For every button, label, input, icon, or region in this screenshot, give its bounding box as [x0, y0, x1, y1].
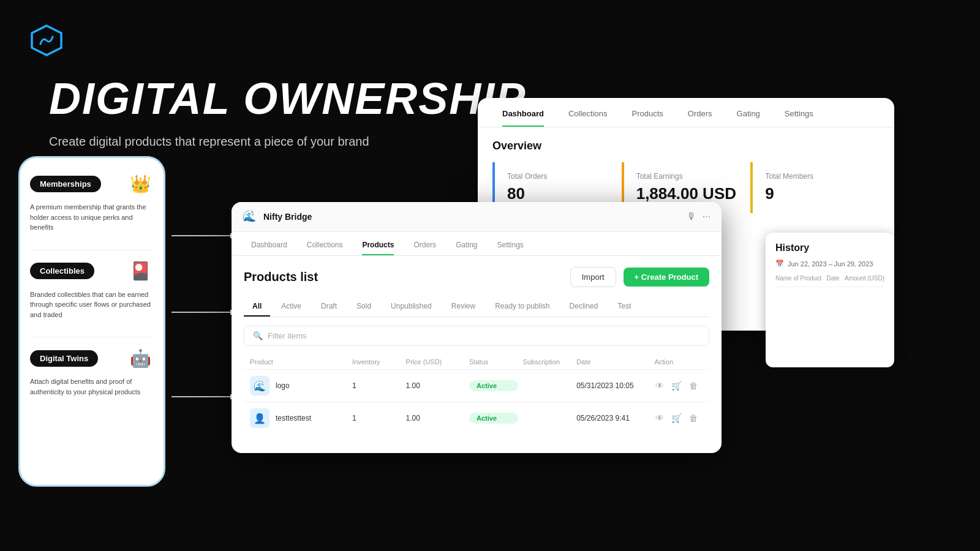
view-icon[interactable]: 👁	[654, 380, 665, 392]
status-badge-2: Active	[469, 413, 518, 424]
digital-twins-tag: Digital Twins	[30, 350, 98, 367]
tab-active[interactable]: Active	[273, 297, 310, 317]
search-bar[interactable]: 🔍 Filter items	[244, 326, 709, 346]
earnings-value: 1,884.00 USD	[636, 184, 739, 203]
app-name: Nifty Bridge	[263, 212, 312, 222]
product-cell-test: 👤 testtesttest	[250, 408, 347, 428]
tab-unpublished[interactable]: Unpublished	[382, 297, 440, 317]
products-panel: 🌊 Nifty Bridge 🎙 ··· Dashboard Collectio…	[232, 202, 722, 453]
history-col-amount: Amount (USD)	[845, 275, 884, 282]
product-cell-logo: 🌊 logo	[250, 376, 347, 395]
history-table-header: Name of Product Date Amount (USD)	[775, 275, 884, 287]
table-row: 👤 testtesttest 1 1.00 Active 05/26/2023 …	[244, 402, 709, 434]
earnings-label: Total Earnings	[636, 172, 739, 181]
view-icon[interactable]: 👁	[654, 412, 665, 424]
hero-subtitle: Create digital products that represent a…	[49, 135, 369, 149]
memberships-desc: A premium membership that grants the hol…	[30, 202, 154, 233]
col-status: Status	[469, 358, 518, 365]
date-1: 05/31/2023 10:05	[576, 381, 649, 390]
dash-nav-collections[interactable]: Collections	[556, 98, 620, 127]
col-product: Product	[250, 358, 347, 365]
products-panel-header: 🌊 Nifty Bridge 🎙 ···	[232, 202, 722, 232]
cart-icon[interactable]: 🛒	[670, 412, 683, 424]
memberships-icon: 👑	[127, 170, 154, 197]
products-list-title: Products list	[244, 270, 318, 284]
tab-draft[interactable]: Draft	[312, 297, 345, 317]
cart-icon[interactable]: 🛒	[670, 380, 683, 392]
tab-test[interactable]: Test	[609, 297, 639, 317]
import-button[interactable]: Import	[570, 267, 616, 287]
hero-title: DIGITAL OWNERSHIP	[49, 73, 526, 124]
more-options-icon[interactable]: ···	[703, 211, 710, 222]
dash-nav-gating[interactable]: Gating	[725, 98, 772, 127]
prod-nav-gating[interactable]: Gating	[446, 232, 487, 255]
phone-item-digital-twins: Digital Twins 🤖 Attach digital benefits …	[30, 345, 154, 397]
dash-nav-orders[interactable]: Orders	[676, 98, 725, 127]
inventory-1: 1	[352, 381, 401, 390]
dash-nav-products[interactable]: Products	[620, 98, 676, 127]
tab-review[interactable]: Review	[443, 297, 484, 317]
microphone-icon[interactable]: 🎙	[687, 211, 696, 222]
memberships-tag: Memberships	[30, 176, 101, 192]
arrow-collectibles	[168, 300, 242, 337]
tab-sold[interactable]: Sold	[348, 297, 380, 317]
digital-twins-icon: 🤖	[127, 345, 154, 372]
products-actions: Import + Create Product	[570, 267, 709, 287]
history-col-date: Date	[826, 275, 839, 282]
members-label: Total Members	[765, 172, 867, 181]
history-title: History	[775, 242, 884, 253]
arrow-digital-twins	[168, 384, 242, 421]
prod-nav-orders[interactable]: Orders	[404, 232, 446, 255]
product-avatar-test: 👤	[250, 408, 270, 428]
tab-ready-to-publish[interactable]: Ready to publish	[486, 297, 558, 317]
col-inventory: Inventory	[352, 358, 401, 365]
price-2: 1.00	[406, 414, 464, 422]
prod-nav-collections[interactable]: Collections	[297, 232, 353, 255]
prod-nav-products[interactable]: Products	[352, 232, 404, 255]
price-1: 1.00	[406, 381, 464, 390]
product-name-logo: logo	[276, 381, 290, 390]
col-subscription: Subscription	[523, 358, 572, 365]
phone-item-collectibles: Collectibles 🎴 Branded collectibles that…	[30, 258, 154, 320]
overview-title: Overview	[492, 140, 880, 152]
collectibles-icon: 🎴	[127, 258, 154, 285]
products-nav: Dashboard Collections Products Orders Ga…	[232, 232, 722, 256]
tab-declined[interactable]: Declined	[561, 297, 607, 317]
niftybridge-logo-icon: 🌊	[243, 209, 257, 224]
tab-all[interactable]: All	[244, 297, 270, 317]
prod-nav-dashboard[interactable]: Dashboard	[241, 232, 297, 255]
create-product-button[interactable]: + Create Product	[624, 268, 709, 287]
dash-nav-settings[interactable]: Settings	[772, 98, 826, 127]
inventory-2: 1	[352, 414, 401, 422]
orders-label: Total Orders	[507, 172, 609, 181]
products-table: Product Inventory Price (USD) Status Sub…	[244, 354, 709, 434]
prod-nav-settings[interactable]: Settings	[487, 232, 533, 255]
search-placeholder: Filter items	[268, 331, 307, 340]
table-row: 🌊 logo 1 1.00 Active 05/31/2023 10:05 👁 …	[244, 369, 709, 402]
collectibles-desc: Branded collectibles that can be earned …	[30, 290, 154, 320]
digital-twins-desc: Attach digital benefits and proof of aut…	[30, 377, 154, 397]
history-col-product: Name of Product	[775, 275, 821, 282]
history-date-range: 📅 Jun 22, 2023 – Jun 29, 2023	[775, 260, 884, 268]
delete-icon[interactable]: 🗑	[688, 380, 699, 392]
products-tabs: All Active Draft Sold Unpublished Review…	[244, 297, 709, 317]
action-icons-1: 👁 🛒 🗑	[654, 380, 703, 392]
product-name-test: testtesttest	[276, 414, 311, 422]
dashboard-nav: Dashboard Collections Products Orders Ga…	[478, 98, 894, 127]
product-avatar-logo: 🌊	[250, 376, 270, 395]
col-price: Price (USD)	[406, 358, 464, 365]
panel-header-icons: 🎙 ···	[687, 211, 710, 222]
delete-icon[interactable]: 🗑	[688, 412, 699, 424]
phone-mockup: Memberships 👑 A premium membership that …	[18, 156, 165, 487]
dash-nav-dashboard[interactable]: Dashboard	[490, 98, 556, 127]
phone-item-memberships: Memberships 👑 A premium membership that …	[30, 170, 154, 233]
table-header: Product Inventory Price (USD) Status Sub…	[244, 354, 709, 369]
card-members: Total Members 9	[750, 162, 880, 213]
search-icon: 🔍	[253, 331, 263, 340]
members-value: 9	[765, 184, 867, 203]
col-date: Date	[576, 358, 649, 365]
action-icons-2: 👁 🛒 🗑	[654, 412, 703, 424]
col-action: Action	[654, 358, 703, 365]
calendar-icon: 📅	[775, 260, 784, 268]
date-2: 05/26/2023 9:41	[576, 414, 649, 422]
